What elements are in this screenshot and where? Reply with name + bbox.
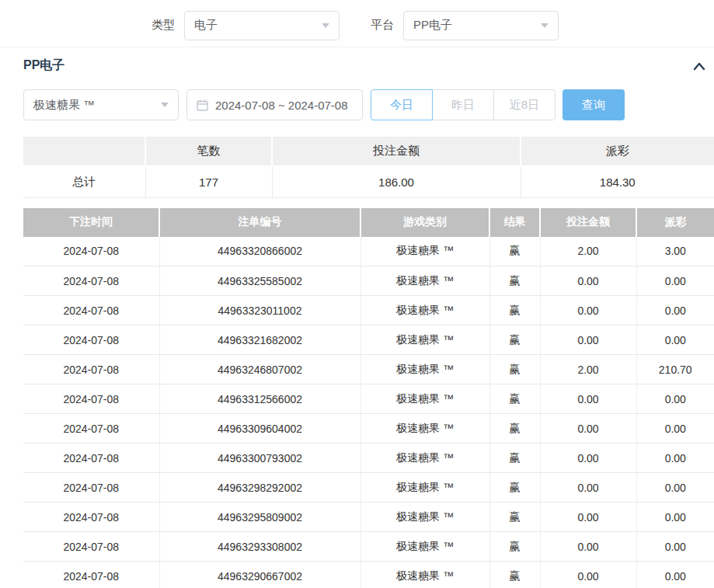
header-bet-time: 下注时间 <box>23 208 159 237</box>
bet-id-cell: 44963295809002 <box>159 503 360 532</box>
payout-cell: 0.00 <box>636 266 714 296</box>
game-category-cell: 极速糖果 ™ <box>360 296 489 325</box>
bet-amount-cell: 0.00 <box>540 444 636 473</box>
table-row: 2024-07-08 44963246807002 极速糖果 ™ 赢 2.00 … <box>23 355 714 384</box>
summary-total-label: 总计 <box>23 166 145 197</box>
chevron-down-icon <box>322 23 329 28</box>
date-range-picker[interactable]: 2024-07-08 ~ 2024-07-08 <box>186 89 363 120</box>
result-cell: 赢 <box>489 562 540 588</box>
game-category-cell: 极速糖果 ™ <box>360 473 489 503</box>
filter-row: 极速糖果 ™ 2024-07-08 ~ 2024-07-08 今日 昨日 近8日… <box>23 89 714 120</box>
section-title: PP电子 <box>23 57 64 74</box>
bet-amount-cell: 0.00 <box>540 266 636 296</box>
header-result: 结果 <box>489 208 540 237</box>
bet-time-cell: 2024-07-08 <box>23 266 159 296</box>
search-button[interactable]: 查询 <box>562 89 625 120</box>
summary-total-payout: 184.30 <box>521 166 714 197</box>
summary-header-row: 笔数 投注金额 派彩 <box>23 137 714 166</box>
bet-time-cell: 2024-07-08 <box>23 237 159 266</box>
chevron-up-icon[interactable] <box>692 61 706 71</box>
header-game-category: 游戏类别 <box>360 208 489 237</box>
bet-time-cell: 2024-07-08 <box>23 444 159 473</box>
payout-cell: 0.00 <box>636 296 714 325</box>
game-select[interactable]: 极速糖果 ™ <box>23 89 179 120</box>
bet-amount-cell: 2.00 <box>540 237 636 266</box>
yesterday-button[interactable]: 昨日 <box>432 89 494 120</box>
bet-time-cell: 2024-07-08 <box>23 532 159 562</box>
result-cell: 赢 <box>489 266 540 296</box>
game-category-cell: 极速糖果 ™ <box>360 503 489 532</box>
platform-select[interactable]: PP电子 <box>403 11 559 40</box>
game-category-cell: 极速糖果 ™ <box>360 237 489 266</box>
type-select[interactable]: 电子 <box>184 11 340 40</box>
game-category-cell: 极速糖果 ™ <box>360 532 489 562</box>
bet-id-cell: 44963312566002 <box>159 384 360 414</box>
payout-cell: 0.00 <box>636 473 714 503</box>
section-header: PP电子 <box>0 47 714 74</box>
table-row: 2024-07-08 44963298292002 极速糖果 ™ 赢 0.00 … <box>23 473 714 503</box>
bet-id-cell: 44963325585002 <box>159 266 360 296</box>
bet-time-cell: 2024-07-08 <box>23 355 159 384</box>
payout-cell: 0.00 <box>636 444 714 473</box>
today-button[interactable]: 今日 <box>371 89 433 120</box>
game-category-cell: 极速糖果 ™ <box>360 384 489 414</box>
type-label: 类型 <box>152 18 175 33</box>
result-cell: 赢 <box>489 355 540 384</box>
bet-amount-cell: 0.00 <box>540 414 636 444</box>
bet-amount-cell: 0.00 <box>540 503 636 532</box>
bet-amount-cell: 0.00 <box>540 296 636 325</box>
result-cell: 赢 <box>489 503 540 532</box>
table-row: 2024-07-08 44963290667002 极速糖果 ™ 赢 0.00 … <box>23 562 714 588</box>
game-category-cell: 极速糖果 ™ <box>360 325 489 355</box>
bet-id-cell: 44963290667002 <box>159 562 360 588</box>
bet-id-cell: 44963309604002 <box>159 414 360 444</box>
bet-time-cell: 2024-07-08 <box>23 503 159 532</box>
summary-header-payout: 派彩 <box>521 137 714 166</box>
bet-id-cell: 44963321682002 <box>159 325 360 355</box>
bet-id-cell: 44963320866002 <box>159 237 360 266</box>
bet-time-cell: 2024-07-08 <box>23 296 159 325</box>
summary-header-empty <box>23 137 145 166</box>
result-cell: 赢 <box>489 296 540 325</box>
result-cell: 赢 <box>489 384 540 414</box>
result-cell: 赢 <box>489 473 540 503</box>
game-select-value: 极速糖果 ™ <box>33 98 95 113</box>
result-cell: 赢 <box>489 325 540 355</box>
quick-date-button-group: 今日 昨日 近8日 <box>371 89 556 120</box>
bet-time-cell: 2024-07-08 <box>23 473 159 503</box>
bet-id-cell: 44963298292002 <box>159 473 360 503</box>
payout-cell: 0.00 <box>636 562 714 588</box>
table-row: 2024-07-08 44963300793002 极速糖果 ™ 赢 0.00 … <box>23 444 714 473</box>
table-row: 2024-07-08 44963325585002 极速糖果 ™ 赢 0.00 … <box>23 266 714 296</box>
chevron-down-icon <box>541 23 549 28</box>
chevron-down-icon <box>161 103 169 107</box>
table-row: 2024-07-08 44963295809002 极速糖果 ™ 赢 0.00 … <box>23 503 714 532</box>
bet-time-cell: 2024-07-08 <box>23 384 159 414</box>
payout-cell: 3.00 <box>636 237 714 266</box>
summary-header-bet-amount: 投注金额 <box>272 137 521 166</box>
table-row: 2024-07-08 44963312566002 极速糖果 ™ 赢 0.00 … <box>23 384 714 414</box>
bet-time-cell: 2024-07-08 <box>23 325 159 355</box>
result-cell: 赢 <box>489 444 540 473</box>
bet-amount-cell: 2.00 <box>540 355 636 384</box>
bet-time-cell: 2024-07-08 <box>23 414 159 444</box>
summary-total-bet-amount: 186.00 <box>272 166 521 197</box>
bet-amount-cell: 0.00 <box>540 473 636 503</box>
game-category-cell: 极速糖果 ™ <box>360 266 489 296</box>
bet-id-cell: 44963293308002 <box>159 532 360 562</box>
bet-time-cell: 2024-07-08 <box>23 562 159 588</box>
header-bet-amount: 投注金额 <box>540 208 636 237</box>
payout-cell: 0.00 <box>636 503 714 532</box>
bet-id-cell: 44963323011002 <box>159 296 360 325</box>
payout-cell: 0.00 <box>636 414 714 444</box>
bet-amount-cell: 0.00 <box>540 562 636 588</box>
result-cell: 赢 <box>489 532 540 562</box>
records-table: 下注时间 注单编号 游戏类别 结果 投注金额 派彩 2024-07-08 449… <box>23 208 714 588</box>
payout-cell: 210.70 <box>636 355 714 384</box>
last-8-days-button[interactable]: 近8日 <box>493 89 556 120</box>
top-filter-bar: 类型 电子 平台 PP电子 <box>0 0 714 47</box>
bet-amount-cell: 0.00 <box>540 384 636 414</box>
table-row: 2024-07-08 44963323011002 极速糖果 ™ 赢 0.00 … <box>23 296 714 325</box>
platform-label: 平台 <box>371 18 394 33</box>
payout-cell: 0.00 <box>636 325 714 355</box>
